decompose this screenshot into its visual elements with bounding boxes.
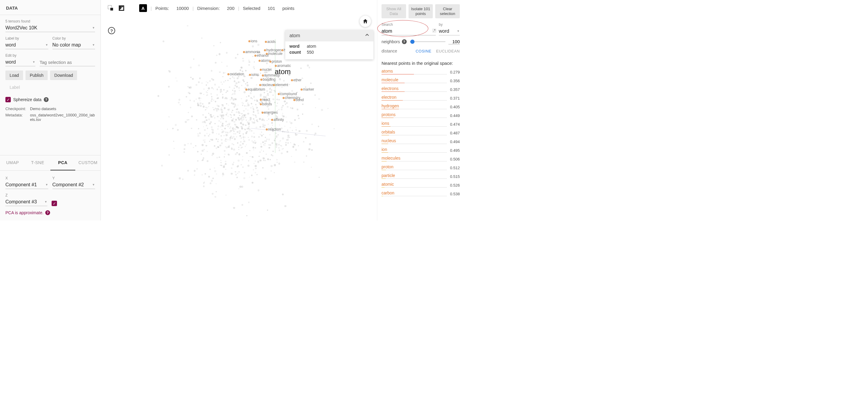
scatter-point[interactable] (298, 145, 299, 146)
scatter-point[interactable] (236, 136, 237, 138)
scatter-point[interactable] (201, 37, 203, 39)
scatter-point[interactable] (282, 138, 284, 140)
pca-z-dropdown[interactable]: Component #3 (5, 198, 48, 206)
scatter-point[interactable] (206, 108, 207, 108)
scatter-point[interactable] (245, 117, 247, 118)
scatter-point[interactable] (207, 92, 208, 93)
night-mode-icon[interactable] (128, 4, 136, 12)
scatter-point[interactable] (191, 116, 193, 117)
scatter-point[interactable] (231, 102, 233, 104)
scatter-point[interactable] (250, 130, 252, 132)
scatter-point[interactable] (188, 112, 189, 113)
scatter-point[interactable] (232, 164, 234, 165)
scatter-point[interactable] (265, 137, 266, 138)
scatter-point[interactable] (213, 99, 214, 100)
scatter-point[interactable] (285, 116, 287, 118)
scatter-point[interactable] (208, 102, 210, 104)
scatter-point[interactable] (212, 131, 214, 134)
scatter-point[interactable] (228, 145, 230, 147)
scatter-point[interactable] (258, 156, 260, 157)
regex-toggle[interactable]: .* (432, 29, 436, 33)
scatter-point[interactable] (222, 97, 223, 98)
scatter-point[interactable] (270, 88, 271, 88)
scatter-point[interactable] (281, 152, 283, 154)
highlighted-point[interactable] (260, 79, 262, 81)
scatter-point[interactable] (234, 114, 235, 116)
scatter-point[interactable] (221, 124, 223, 126)
scatter-point[interactable] (248, 95, 250, 97)
scatter-point[interactable] (248, 124, 249, 124)
scatter-point[interactable] (242, 60, 244, 62)
scatter-point[interactable] (187, 170, 189, 172)
highlighted-point[interactable] (260, 99, 262, 101)
scatter-point[interactable] (224, 154, 225, 155)
scatter-point[interactable] (236, 111, 238, 113)
scatter-point[interactable] (212, 178, 214, 179)
scatter-point[interactable] (221, 139, 223, 141)
scatter-point[interactable] (254, 61, 255, 62)
scatter-point[interactable] (227, 132, 228, 134)
scatter-point[interactable] (299, 130, 301, 132)
scatter-point[interactable] (200, 98, 202, 99)
highlighted-point[interactable] (269, 61, 272, 63)
scatter-point[interactable] (208, 176, 210, 178)
scatter-point[interactable] (244, 105, 245, 107)
scatter-point[interactable] (225, 121, 227, 122)
scatter-point[interactable] (318, 98, 320, 100)
scatter-point[interactable] (243, 81, 245, 82)
scatter-point[interactable] (259, 151, 261, 153)
nearest-neighbor-item[interactable]: particle0.515 (381, 173, 460, 179)
scatter-point[interactable] (255, 168, 257, 170)
scatter-point[interactable] (302, 104, 304, 105)
scatter-point[interactable] (208, 113, 209, 114)
scatter-point[interactable] (235, 133, 236, 135)
scatter-point[interactable] (248, 160, 249, 162)
scatter-point[interactable] (203, 94, 205, 95)
highlighted-point[interactable] (261, 112, 264, 114)
scatter-point[interactable] (198, 97, 200, 99)
scatter-point[interactable] (205, 116, 207, 118)
scatter-point[interactable] (208, 118, 210, 120)
scatter-point[interactable] (265, 160, 266, 161)
scatter-point[interactable] (245, 124, 247, 126)
highlighted-point[interactable] (281, 49, 283, 51)
scatter-point[interactable] (224, 156, 225, 157)
reset-view-button[interactable] (360, 16, 371, 27)
scatter-point[interactable] (233, 162, 234, 163)
scatter-point[interactable] (246, 144, 247, 145)
scatter-point[interactable] (243, 110, 245, 112)
scatter-point[interactable] (303, 141, 304, 143)
scatter-point[interactable] (226, 90, 228, 92)
distance-euclidean[interactable]: EUCLIDEAN (436, 49, 460, 53)
scatter-point[interactable] (202, 103, 203, 105)
scatter-point[interactable] (247, 110, 249, 111)
scatter-point[interactable] (292, 130, 293, 131)
scatter-point[interactable] (198, 64, 200, 67)
scatter-point[interactable] (252, 98, 253, 99)
scatter-point[interactable] (253, 136, 255, 138)
scatter-point[interactable] (252, 141, 255, 143)
scatter-point[interactable] (255, 142, 256, 143)
scatter-point[interactable] (279, 78, 280, 80)
scatter-point[interactable] (219, 156, 220, 158)
scatter-point[interactable] (294, 119, 296, 121)
scatter-point[interactable] (309, 67, 310, 68)
nearest-neighbor-item[interactable]: orbitals0.487 (381, 129, 460, 135)
scatter-point[interactable] (226, 147, 228, 148)
scatter-point[interactable] (252, 106, 253, 108)
scatter-point[interactable] (260, 72, 261, 74)
scatter-point[interactable] (202, 150, 204, 152)
highlighted-point[interactable] (282, 97, 285, 99)
scatter-point[interactable] (289, 121, 290, 122)
scatter-point[interactable] (232, 127, 234, 129)
scatter-point[interactable] (283, 148, 284, 149)
scatter-point[interactable] (243, 134, 244, 135)
scatter-point[interactable] (279, 124, 280, 125)
scatter-point[interactable] (195, 99, 197, 100)
scatter-point[interactable] (245, 137, 246, 138)
scatter-point[interactable] (254, 99, 256, 101)
scatter-point[interactable] (303, 162, 304, 163)
highlighted-point[interactable] (260, 69, 262, 71)
scatter-point[interactable] (231, 112, 232, 113)
scatter-point[interactable] (261, 119, 263, 121)
